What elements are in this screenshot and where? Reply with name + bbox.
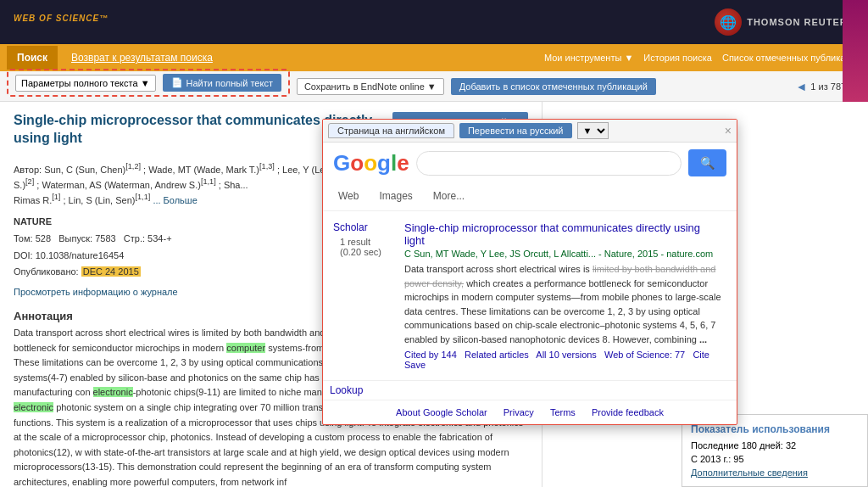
publish-date: DEC 24 2015	[81, 266, 141, 277]
result-url: C Sun, MT Wade, Y Lee, JS Orcutt, L Allc…	[404, 249, 723, 259]
lookup-link[interactable]: Lookup	[330, 384, 381, 396]
related-articles-link[interactable]: Related articles	[465, 350, 529, 360]
fulltext-select[interactable]: Параметры полного текста ▼	[15, 75, 156, 92]
google-overlay: Страница на английском Перевести на русс…	[322, 119, 737, 425]
electronic-highlight3: electronic	[14, 402, 53, 412]
back-nav-btn[interactable]: Возврат к результатам поиска	[61, 46, 223, 70]
lookup-section: Lookup	[323, 380, 737, 400]
usage-row-180: Последние 180 дней: 32	[691, 440, 859, 451]
corner-decoration	[843, 0, 868, 102]
google-search-input[interactable]	[416, 151, 682, 176]
google-search-btn[interactable]: 🔍	[688, 149, 726, 176]
page-tab-english[interactable]: Страница на английском	[328, 123, 454, 138]
add-marked-btn[interactable]: Добавить в список отмеченных публикаций	[451, 78, 656, 95]
tr-logo: 🌐 THOMSON REUTERS	[715, 8, 854, 36]
cited-by-link[interactable]: Cited by 144	[404, 350, 457, 360]
scholar-section: Scholar 1 result (0.20 sec) Single-chip …	[323, 211, 737, 380]
toolbar: Параметры полного текста ▼ 📄 Найти полны…	[0, 71, 868, 102]
translate-select[interactable]: ▼	[577, 122, 609, 139]
google-result: Single-chip microprocessor that communic…	[398, 218, 730, 373]
feedback-link[interactable]: Provide feedback	[592, 407, 664, 417]
prev-arrow[interactable]: ◄	[796, 80, 808, 93]
search-nav-btn[interactable]: Поиск	[7, 46, 58, 70]
my-tools-btn[interactable]: Мои инструменты ▼	[544, 53, 633, 63]
google-search-bar: Google 🔍	[323, 143, 737, 183]
cite-link[interactable]: Cite	[693, 350, 709, 360]
save-endnote-select[interactable]: Сохранить в EndNote online ▼	[297, 78, 444, 95]
nav-right: Мои инструменты ▼ История поиска Список …	[544, 53, 861, 63]
navbar: Поиск Возврат к результатам поиска Мои и…	[0, 44, 868, 71]
about-scholar-link[interactable]: About Google Scholar	[396, 407, 487, 417]
scholar-result-count: 1 result (0.20 sec)	[333, 233, 394, 260]
find-fulltext-btn[interactable]: 📄 Найти полный текст	[163, 74, 281, 92]
more-authors-link[interactable]: ... Больше	[153, 195, 197, 205]
page-tabs-bar: Страница на английском Перевести на русс…	[323, 120, 737, 143]
usage-row-2013: С 2013 г.: 95	[691, 454, 859, 464]
privacy-link[interactable]: Privacy	[504, 407, 534, 417]
usage-more-link: Дополнительные сведения	[691, 467, 859, 478]
translate-btn[interactable]: Перевести на русский	[459, 123, 572, 138]
wos-link[interactable]: Web of Science: 77	[604, 350, 685, 360]
google-footer: About Google Scholar Privacy Terms Provi…	[323, 400, 737, 424]
google-tab-more[interactable]: More...	[425, 187, 473, 207]
google-tab-web[interactable]: Web	[330, 187, 367, 207]
fulltext-controls: Параметры полного текста ▼ 📄 Найти полны…	[7, 69, 290, 97]
google-tabs: Web Images More...	[323, 183, 737, 211]
electronic-highlight2: electronic	[93, 387, 133, 397]
all-versions-link[interactable]: All 10 versions	[536, 350, 597, 360]
save-link[interactable]: Save	[404, 360, 426, 370]
google-tab-images[interactable]: Images	[370, 187, 420, 207]
google-logo: Google	[333, 150, 409, 176]
header: WEB OF SCIENCE™ 🌐 THOMSON REUTERS	[0, 0, 868, 44]
wos-logo: WEB OF SCIENCE™	[14, 13, 108, 32]
globe-icon: 🌐	[715, 8, 742, 36]
scholar-left: Scholar 1 result (0.20 sec)	[330, 218, 398, 373]
computer-highlight: computer	[226, 343, 265, 353]
scholar-link[interactable]: Scholar	[333, 221, 394, 233]
find-icon: 📄	[171, 77, 183, 88]
result-title[interactable]: Single-chip microprocessor that communic…	[404, 221, 723, 247]
terms-link[interactable]: Terms	[550, 407, 576, 417]
close-overlay-btn[interactable]: ×	[725, 124, 732, 137]
marked-btn[interactable]: Список отмеченных публикаций	[722, 53, 861, 63]
result-meta: Cited by 144 Related articles All 10 ver…	[404, 350, 723, 370]
result-snippet: Data transport across short electrical w…	[404, 262, 723, 346]
history-btn[interactable]: История поиска	[643, 53, 712, 63]
